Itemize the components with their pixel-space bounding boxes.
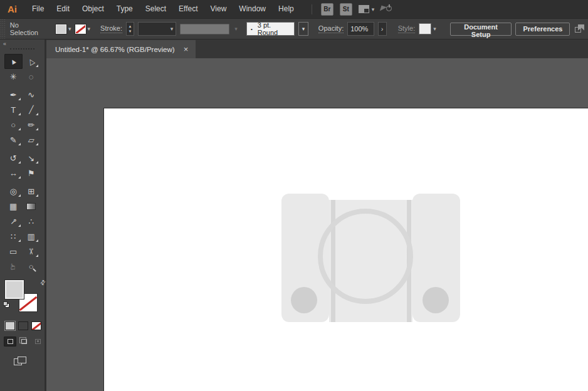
menu-select[interactable]: Select: [139, 0, 172, 18]
menu-type[interactable]: Type: [110, 0, 139, 18]
stroke-weight-select[interactable]: ▾: [138, 22, 176, 36]
tool-perspective-grid[interactable]: ⊞: [23, 184, 41, 199]
chevron-down-icon[interactable]: ▾: [129, 29, 132, 34]
close-icon[interactable]: ×: [184, 45, 189, 53]
tool-scale[interactable]: ↘: [23, 150, 41, 165]
chevron-up-icon[interactable]: ▴: [129, 24, 132, 29]
chevron-down-icon: ▾: [234, 26, 238, 32]
stock-button[interactable]: St: [340, 3, 352, 16]
arrange-documents-control[interactable]: ▾: [359, 5, 375, 13]
draw-normal-icon: [8, 339, 13, 344]
stroke-weight-stepper[interactable]: ▴ ▾: [126, 22, 134, 36]
chevron-down-icon[interactable]: ▾: [171, 26, 174, 32]
console-button-left[interactable]: [291, 287, 317, 313]
tool-slice[interactable]: ✂: [23, 244, 41, 259]
chevron-down-icon[interactable]: ▾: [433, 26, 436, 32]
main-menu: FileEditObjectTypeSelectEffectViewWindow…: [26, 0, 300, 18]
tool-direct-selection[interactable]: △: [23, 54, 41, 69]
tool-rotate[interactable]: ↺: [4, 150, 23, 165]
menu-help[interactable]: Help: [272, 0, 300, 18]
tool-pen[interactable]: ✒: [4, 87, 23, 102]
chevron-down-icon[interactable]: ▾: [68, 26, 71, 32]
tool-width[interactable]: ↔: [4, 165, 23, 180]
fill-indicator[interactable]: [5, 280, 24, 299]
default-fill-stroke-icon[interactable]: [3, 301, 10, 308]
color-paint-button[interactable]: [5, 321, 15, 330]
chevron-down-icon[interactable]: ▾: [372, 6, 375, 13]
menu-object[interactable]: Object: [76, 0, 110, 18]
canvas-workspace[interactable]: [46, 58, 588, 391]
menu-window[interactable]: Window: [233, 0, 272, 18]
console-disc-ring[interactable]: [318, 209, 413, 304]
scale-icon: ↘: [28, 154, 34, 162]
menu-effect[interactable]: Effect: [172, 0, 204, 18]
tool-puppet-warp[interactable]: ⚑: [23, 165, 41, 180]
menu-bar: Ai FileEditObjectTypeSelectEffectViewWin…: [0, 0, 588, 18]
stroke-color-control[interactable]: ▾: [75, 24, 91, 34]
tool-paintbrush[interactable]: ✏: [23, 117, 41, 132]
menu-edit[interactable]: Edit: [50, 0, 76, 18]
stroke-label[interactable]: Stroke:: [100, 24, 122, 33]
selection-icon: ▲: [8, 56, 18, 66]
preferences-button[interactable]: Preferences: [515, 23, 570, 36]
none-paint-button[interactable]: [31, 321, 41, 330]
gpu-performance-icon[interactable]: [381, 4, 392, 14]
brush-definition-select[interactable]: • 3 pt. Round: [246, 22, 295, 36]
tool-magic-wand[interactable]: ✳: [4, 69, 23, 84]
shape-builder-icon: ◎: [10, 187, 17, 196]
style-swatch[interactable]: [419, 23, 431, 34]
opacity-value: 100%: [350, 25, 368, 33]
tool-ellipse[interactable]: ○: [4, 117, 23, 132]
brush-dropdown-button[interactable]: ▾: [298, 22, 308, 36]
gradient-paint-button[interactable]: [18, 321, 28, 330]
screen-mode-button[interactable]: [14, 357, 28, 367]
stroke-none-swatch[interactable]: [75, 24, 86, 34]
menu-view[interactable]: View: [204, 0, 233, 18]
chevron-down-icon[interactable]: ▾: [88, 26, 91, 32]
tool-mesh[interactable]: ▦: [4, 199, 23, 214]
tool-eyedropper[interactable]: ⊸: [4, 214, 23, 229]
tool-shaper[interactable]: ✎: [4, 132, 23, 147]
opacity-input[interactable]: 100%: [347, 22, 374, 36]
tool-zoom[interactable]: ○: [23, 259, 41, 274]
style-label[interactable]: Style:: [398, 24, 416, 33]
tool-blend[interactable]: ∴: [23, 214, 41, 229]
panel-drag-handle[interactable]: [10, 48, 34, 53]
document-setup-button[interactable]: Document Setup: [450, 23, 512, 36]
tool-artboard[interactable]: ▭: [4, 244, 23, 259]
document-tab[interactable]: Untitled-1* @ 66.67% (RGB/Preview) ×: [46, 40, 196, 58]
fill-color-control[interactable]: ▾: [56, 24, 71, 34]
tool-symbol-sprayer[interactable]: ∷: [4, 229, 23, 244]
console-button-right[interactable]: [423, 287, 449, 313]
style-control[interactable]: ▾: [419, 23, 436, 34]
tool-hand[interactable]: ☞: [4, 259, 23, 274]
fill-swatch[interactable]: [56, 24, 66, 34]
rotate-icon: ↺: [10, 154, 17, 162]
tool-eraser[interactable]: ▱: [23, 132, 41, 147]
collapse-panel-icon[interactable]: «: [0, 39, 45, 48]
swap-fill-stroke-icon[interactable]: ⇄: [38, 278, 47, 287]
workspace-icon[interactable]: [575, 24, 584, 34]
opacity-label[interactable]: Opacity:: [318, 24, 344, 33]
opacity-options-button[interactable]: ›: [378, 22, 387, 36]
bridge-button[interactable]: Br: [321, 3, 333, 16]
tool-curvature[interactable]: ∿: [23, 87, 41, 102]
tool-lasso[interactable]: ◌: [23, 69, 41, 84]
tool-gradient[interactable]: [23, 199, 41, 214]
tool-grid: ▲△✳◌✒∿T╱○✏✎▱↺↘↔⚑◎⊞▦⊸∴∷▥▭✂☞○: [0, 54, 45, 274]
menu-file[interactable]: File: [26, 0, 50, 18]
draw-behind-button[interactable]: [18, 336, 30, 347]
tool-selection[interactable]: ▲: [4, 54, 23, 69]
line-segment-icon: ╱: [29, 106, 33, 113]
symbol-sprayer-icon: ∷: [11, 232, 16, 241]
tool-column-graph[interactable]: ▥: [23, 229, 41, 244]
slice-icon: ✂: [27, 248, 35, 255]
draw-normal-button[interactable]: [4, 336, 16, 347]
tool-type[interactable]: T: [4, 102, 23, 117]
tool-shape-builder[interactable]: ◎: [4, 184, 23, 199]
panel-grip-icon[interactable]: [0, 19, 5, 39]
type-icon: T: [11, 106, 16, 114]
tool-line-segment[interactable]: ╱: [23, 102, 41, 117]
artboard[interactable]: [103, 108, 588, 391]
drawing-modes-row: [4, 336, 45, 347]
